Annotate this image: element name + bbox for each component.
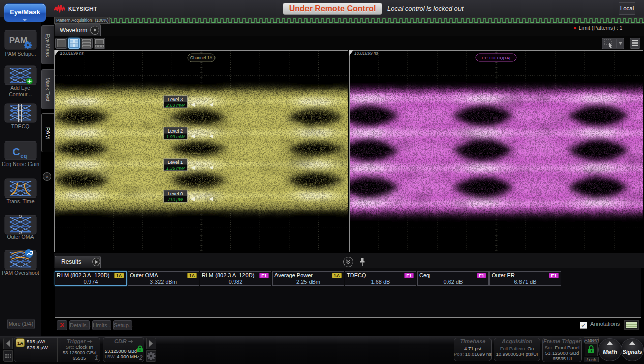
svg-text:Level 1: Level 1 xyxy=(168,159,183,165)
svg-text:F1: TDECQ[1A]: F1: TDECQ[1A] xyxy=(482,56,510,60)
svg-text:Trans. Time: Trans. Time xyxy=(6,198,34,204)
svg-text:Level 0: Level 0 xyxy=(168,191,183,196)
svg-text:1.99 mW: 1.99 mW xyxy=(166,134,186,139)
svg-text:710 µW: 710 µW xyxy=(167,197,184,202)
svg-text:Contour...: Contour... xyxy=(9,91,32,97)
svg-text:2.63 mW: 2.63 mW xyxy=(166,103,186,108)
svg-text:1.36 mW: 1.36 mW xyxy=(166,166,186,171)
svg-text:10.01699 ns: 10.01699 ns xyxy=(60,51,84,56)
svg-text:Level 2: Level 2 xyxy=(168,128,183,134)
svg-text:Level 3: Level 3 xyxy=(168,96,183,102)
svg-text:TDECQ: TDECQ xyxy=(11,123,30,129)
svg-text:Ceq Noise Gain: Ceq Noise Gain xyxy=(2,161,39,167)
svg-text:PAM: PAM xyxy=(9,36,28,45)
svg-text:Add Eye: Add Eye xyxy=(10,85,30,91)
svg-text:C: C xyxy=(12,146,20,157)
svg-text:PAM Setup...: PAM Setup... xyxy=(5,51,36,57)
svg-text:PAM Overshoot: PAM Overshoot xyxy=(2,270,39,276)
svg-text:eq: eq xyxy=(21,153,27,159)
svg-text:Outer OMA: Outer OMA xyxy=(7,234,34,240)
svg-text:10.01699 ns: 10.01699 ns xyxy=(354,51,379,56)
svg-text:Channel 1A: Channel 1A xyxy=(190,55,213,60)
